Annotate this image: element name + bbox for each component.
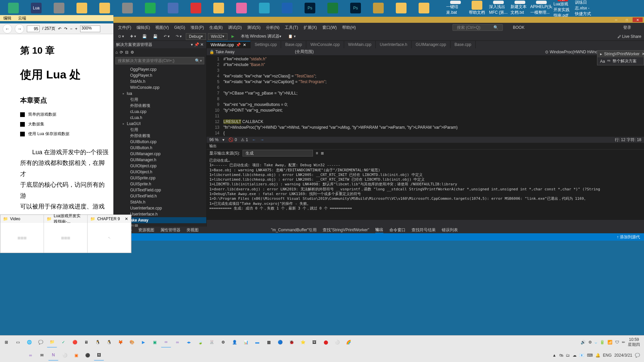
tab-find-results[interactable]: 查找"StringVPrintfWorker" (323, 227, 369, 233)
tree-item[interactable]: OggPlayer.cpp (113, 66, 206, 72)
taskbar-app[interactable]: 📊 (241, 337, 251, 348)
tree-item[interactable]: UserInterface.cpp (113, 205, 206, 211)
tree-item[interactable]: cLua.cpp (113, 109, 206, 115)
taskbar-app[interactable]: ▣ (150, 337, 160, 348)
window-titlebar[interactable]: ─ □ ✕ (113, 17, 644, 23)
tray-icon[interactable]: 🔔 (595, 353, 600, 358)
taskbar-onenote[interactable]: N (48, 350, 58, 361)
task-view-button[interactable]: ▭ (13, 337, 23, 348)
tab-error-list[interactable]: 错误列表 (442, 227, 458, 233)
taskbar-app[interactable]: ▬ (252, 337, 262, 348)
taskbar-app[interactable]: ▦ (264, 337, 274, 348)
find-panel[interactable]: ▸StringVPrintfWorker✕ Aaᴬᵇ整个解决方案 (597, 50, 644, 65)
new-item-icon[interactable]: ✚ ▾ (128, 33, 138, 40)
menu-edit[interactable]: 编辑(E) (135, 25, 152, 31)
taskbar-app[interactable]: 🔵 (275, 337, 285, 348)
menu-analyze[interactable]: 分析(N) (264, 25, 282, 31)
taskbar-app[interactable]: 🦊 (115, 337, 125, 348)
desktop-icon[interactable] (186, 1, 206, 15)
zoom-pct[interactable]: 96 % (209, 137, 218, 142)
tray-icon[interactable]: 🗂 (566, 353, 570, 358)
taskbar-app[interactable]: ⚪ (332, 337, 342, 348)
maximize-button[interactable]: □ (622, 17, 632, 22)
find-scope[interactable]: 整个解决方案 (612, 58, 637, 64)
taskbar-app[interactable]: ◂▸ (184, 337, 194, 348)
taskbar-app[interactable]: ∞ (172, 337, 182, 348)
tray-icon[interactable]: ⌨ (587, 353, 593, 358)
unpin-icon[interactable]: 📌 (194, 42, 199, 47)
tab-output[interactable]: 输出 (375, 227, 383, 233)
editor-tab[interactable]: GUIManager.cpp (412, 41, 450, 48)
collapse-icon[interactable]: ⊟ (125, 50, 128, 55)
undo-icon[interactable]: ↶ (58, 26, 61, 31)
menu-project[interactable]: 项目(P) (189, 25, 206, 31)
start-debug-button[interactable]: ▶ (229, 33, 236, 40)
preview-window[interactable]: 📁Video ▦▦▦ (0, 215, 44, 253)
tray-icon[interactable]: 🛡 (615, 340, 619, 345)
output-text[interactable]: 已启动生成… 1>------ 已启动生成: 项目: Take Away, 配置… (207, 157, 644, 220)
desktop-icon[interactable] (209, 1, 229, 15)
start-button[interactable]: ⊞ (1, 337, 11, 348)
close-tab-icon[interactable]: ✕ (243, 43, 246, 47)
tab-find-symbol[interactable]: 查找符号结果 (412, 227, 436, 233)
tree-item[interactable]: GUIManager.cpp (113, 151, 206, 157)
forward-button[interactable]: → (15, 24, 24, 34)
tree-item[interactable]: StdAfx.h (113, 199, 206, 205)
undo-icon[interactable]: ↶ ▾ (162, 33, 172, 40)
tray-icon[interactable]: ☁ (573, 353, 577, 358)
tab-property-manager[interactable]: 属性管理器 (160, 227, 180, 233)
taskbar-app[interactable]: 🖥 (81, 337, 91, 348)
taskbar-app[interactable]: 🖼 (94, 350, 104, 361)
taskbar-app[interactable]: ∞ (25, 350, 36, 361)
taskbar-app[interactable]: ▣ (71, 350, 81, 361)
close-button[interactable]: ✕ (633, 17, 643, 22)
live-share-button[interactable]: 🖉 Live Share (618, 34, 641, 39)
zoom-select[interactable]: 300% (80, 25, 100, 32)
platform-combo[interactable]: Win32 ▾ (208, 33, 227, 40)
global-search-input[interactable]: 搜索 (Ctrl+Q)🔍 (452, 24, 503, 31)
taskbar-app[interactable]: ✓ (58, 337, 68, 348)
desktop-icon[interactable] (323, 1, 343, 15)
tray-icon[interactable]: 📧 (579, 353, 584, 358)
redo-icon[interactable]: ↷ ▾ (174, 33, 184, 40)
code-editor[interactable]: 1234567891011121314 #"kw">include "stdaf… (207, 56, 644, 137)
config-combo[interactable]: Debug ▾ (186, 33, 206, 40)
desktop-icon[interactable] (391, 1, 411, 15)
desktop-icon[interactable] (163, 1, 183, 15)
taskbar-explorer[interactable]: 📁 (47, 337, 57, 348)
taskbar-vs[interactable]: ∞ (161, 337, 171, 348)
preview-window[interactable]: 📁Lua游戏开发实践指南-... ▦▦▦ (44, 215, 88, 253)
menu-help[interactable]: 帮助(H) (340, 25, 358, 31)
menu-test[interactable]: 测试(S) (245, 25, 263, 31)
pdf-tab-cloud[interactable]: 云端 (18, 15, 26, 21)
tray-icon[interactable]: 🔋 (600, 340, 605, 345)
pin-icon[interactable]: ▾ (191, 42, 193, 47)
pin-icon[interactable]: 📌 (236, 43, 241, 47)
error-count[interactable]: 🚫 0 (228, 137, 237, 142)
editor-tab[interactable]: Settings.cpp (251, 41, 281, 48)
tree-item[interactable]: GUISprite.h (113, 181, 206, 187)
menu-window[interactable]: 窗口(W) (320, 25, 339, 31)
editor-tab[interactable]: WinMain.cpp 📌 ✕ (207, 41, 251, 48)
tree-item[interactable]: GUITextField.cpp (113, 187, 206, 193)
tree-item[interactable]: 外部依赖项 (113, 103, 206, 109)
menu-file[interactable]: 文件(F) (116, 25, 133, 31)
desktop-icon[interactable] (414, 1, 434, 15)
tree-item[interactable]: ▸LuaGUI (113, 121, 206, 127)
zoom-out-icon[interactable]: − (70, 26, 72, 31)
output-tool-icon[interactable]: ≣ (321, 151, 324, 156)
tab-references[interactable]: "m_CommandBuffer"引用 (271, 227, 317, 233)
desktop-icon[interactable]: APIHELP(头一模整理... (532, 1, 551, 15)
taskbar-app[interactable]: 🎨 (127, 337, 137, 348)
desktop-icon[interactable] (277, 1, 297, 15)
tree-item[interactable]: GUIObject.cpp (113, 163, 206, 169)
menu-view[interactable]: 视图(V) (153, 25, 171, 31)
refresh-icon[interactable]: ⟳ (120, 50, 123, 55)
warning-count[interactable]: ⚠ 1 (241, 137, 248, 142)
solution-tree[interactable]: OggPlayer.cppOggPlayer.hStdAfx.hWinConso… (113, 65, 206, 227)
desktop-icon[interactable] (368, 1, 388, 15)
taskbar-app[interactable]: 🐧 (104, 337, 114, 348)
debugger-combo[interactable]: 本地 Windows 调试器 ▾ (238, 33, 284, 40)
taskbar-app[interactable]: 🍃 (195, 337, 205, 348)
desktop-icon[interactable] (231, 1, 252, 15)
